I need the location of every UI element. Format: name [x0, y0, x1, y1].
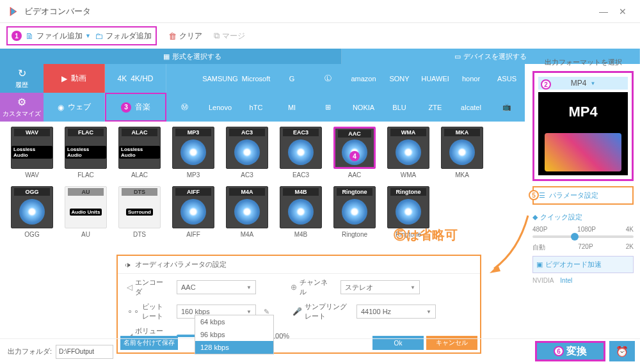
format-card-au[interactable]: AUAudio UnitsAU: [63, 186, 109, 238]
format-card-ogg[interactable]: OGGOGG: [9, 186, 55, 238]
preset-row-2: 自動720P2K: [532, 243, 634, 252]
brand-samsung[interactable]: SAMSUNG: [202, 64, 238, 93]
format-card-ac3[interactable]: AC3AC3: [224, 127, 270, 178]
brand-amazon[interactable]: amazon: [346, 64, 381, 93]
annotation-badge-1: 1: [12, 31, 22, 41]
format-card-aac[interactable]: AACAAC4: [332, 127, 378, 178]
titlebar: ビデオコンバータ — ✕: [0, 0, 640, 23]
encoder-icon: ◁: [127, 283, 132, 292]
folder-icon: 🗀: [95, 31, 103, 41]
merge-button[interactable]: ⧉ マージ: [214, 31, 245, 42]
annotation-badge-4: 4: [349, 151, 360, 161]
format-card-wma[interactable]: WMAWMA: [385, 127, 431, 178]
brand-lenovo[interactable]: Lenovo: [202, 93, 238, 122]
brand-zte[interactable]: ZTE: [417, 93, 453, 122]
oneplus-icon: ⊞: [325, 103, 331, 111]
gpu-accel-button[interactable]: ▣ビデオカード加速: [532, 256, 634, 273]
bitrate-option[interactable]: 96 kbps: [195, 328, 273, 341]
encoder-select[interactable]: AAC▼: [177, 280, 256, 294]
brand-honor[interactable]: honor: [453, 64, 489, 93]
quality-slider[interactable]: [532, 235, 634, 238]
preset-row-1: 480P1080P4K: [532, 226, 634, 233]
category-panel: ▶動画 4K4K/HD SAMSUNG Microsoft G Ⓛ amazon…: [44, 64, 525, 122]
intel-label: Intel: [560, 277, 572, 284]
format-card-alac[interactable]: ALACLossless AudioALAC: [116, 127, 163, 178]
trash-icon: 🗑: [168, 31, 177, 41]
output-thumbnail: MP4: [538, 92, 628, 175]
channel-select[interactable]: ステレオ▼: [340, 280, 420, 294]
sliders-icon: ☰: [539, 191, 545, 200]
brand-apple[interactable]: [166, 64, 202, 93]
chrome-icon: ◉: [58, 103, 64, 112]
tab-format[interactable]: ▦形式を選択する: [44, 49, 342, 64]
brand-google[interactable]: G: [274, 64, 310, 93]
brand-oneplus[interactable]: ⊞: [310, 93, 346, 122]
file-icon: 🗎: [26, 31, 34, 41]
cat-video[interactable]: ▶動画: [44, 64, 105, 93]
annotation-badge-2: 2: [541, 79, 551, 90]
annotation-badge-6: 6: [554, 346, 564, 356]
alarm-icon: ⏰: [616, 345, 628, 358]
add-group-highlight: 1 🗎 ファイル追加 ▼ 🗀 フォルダ追加: [6, 26, 157, 45]
brand-alcatel[interactable]: alcatel: [453, 93, 489, 122]
sidebar: ↻ 履歴 ⚙ カスタマイズ: [0, 64, 44, 122]
chevron-down-icon: ▼: [590, 81, 595, 86]
play-icon: ▶: [61, 74, 67, 83]
bitrate-option[interactable]: 64 kbps: [195, 315, 273, 328]
output-preview[interactable]: 2 MP4 ▼ MP4: [532, 71, 634, 181]
brand-nokia[interactable]: NOKIA: [346, 93, 381, 122]
format-card-wav[interactable]: WAVLossless AudioWAV: [9, 127, 55, 178]
tv-icon: 📺: [502, 103, 511, 111]
add-folder-button[interactable]: 🗀 フォルダ追加: [95, 31, 152, 42]
device-icon: ▭: [454, 52, 461, 61]
cat-music[interactable]: 3 音楽: [105, 93, 166, 122]
dialog-title: オーディオパラメータの設定: [135, 260, 227, 269]
convert-button[interactable]: 6 変換: [535, 341, 605, 361]
brand-htc[interactable]: hTC: [238, 93, 274, 122]
output-folder-label: 出力フォルダ:: [8, 347, 52, 356]
brand-asus[interactable]: ASUS: [489, 64, 525, 93]
schedule-button[interactable]: ⏰: [609, 341, 635, 361]
right-panel: 出力フォーマットを選択 2 MP4 ▼ MP4 5 ☰ パラメータ設定 ◆クイッ…: [529, 54, 637, 288]
minimize-button[interactable]: —: [594, 6, 613, 17]
add-file-button[interactable]: 🗎 ファイル追加 ▼: [26, 31, 91, 42]
output-format-title: 出力フォーマットを選択: [532, 58, 634, 67]
format-card-ringtone[interactable]: RingtoneRingtone: [332, 186, 378, 238]
annotation-note: ⑤は省略可: [394, 226, 458, 244]
close-button[interactable]: ✕: [613, 6, 632, 17]
output-format-selector[interactable]: MP4 ▼: [538, 77, 628, 90]
brand-sony[interactable]: SONY: [381, 64, 417, 93]
format-card-m4a[interactable]: M4AM4A: [224, 186, 270, 238]
parameter-settings-button[interactable]: 5 ☰ パラメータ設定: [532, 186, 634, 205]
annotation-badge-5: 5: [529, 190, 539, 200]
sidebar-history[interactable]: ↻ 履歴: [0, 64, 44, 93]
format-card-dts[interactable]: DTSSurroundDTS: [116, 186, 163, 238]
cat-4k[interactable]: 4K4K/HD: [105, 64, 166, 93]
cat-web[interactable]: ◉ウェブ: [44, 93, 105, 122]
format-card-mka[interactable]: MKAMKA: [439, 127, 485, 178]
lg-icon: Ⓛ: [324, 74, 332, 83]
brand-motorola[interactable]: Ⓜ: [166, 93, 202, 122]
format-card-mp3[interactable]: MP3MP3: [170, 127, 216, 178]
format-card-aiff[interactable]: AIFFAIFF: [170, 186, 216, 238]
format-card-flac[interactable]: FLACLossless AudioFLAC: [63, 127, 109, 178]
brand-huawei[interactable]: HUAWEI: [417, 64, 453, 93]
brand-blu[interactable]: BLU: [381, 93, 417, 122]
bitrate-option[interactable]: 128 kbps: [195, 341, 273, 354]
brand-lg[interactable]: Ⓛ: [310, 64, 346, 93]
chip-icon: ▣: [536, 260, 543, 269]
bitrate-icon: ⚬⚬: [127, 307, 140, 316]
samplerate-select[interactable]: 44100 Hz▼: [356, 305, 436, 319]
brand-microsoft[interactable]: Microsoft: [238, 64, 274, 93]
brand-tv[interactable]: 📺: [489, 93, 525, 122]
format-card-m4b[interactable]: M4BM4B: [278, 186, 324, 238]
output-folder-path[interactable]: D:\FFOutput: [56, 345, 113, 359]
audio-icon: 🕩: [124, 261, 131, 269]
format-card-eac3[interactable]: EAC3EAC3: [278, 127, 324, 178]
clear-button[interactable]: 🗑 クリア: [168, 31, 202, 42]
window-title: ビデオコンバータ: [24, 6, 594, 17]
annotation-badge-3: 3: [121, 102, 131, 113]
channel-icon: ⊕: [291, 283, 297, 292]
sidebar-customize[interactable]: ⚙ カスタマイズ: [0, 93, 44, 122]
brand-xiaomi[interactable]: MI: [274, 93, 310, 122]
